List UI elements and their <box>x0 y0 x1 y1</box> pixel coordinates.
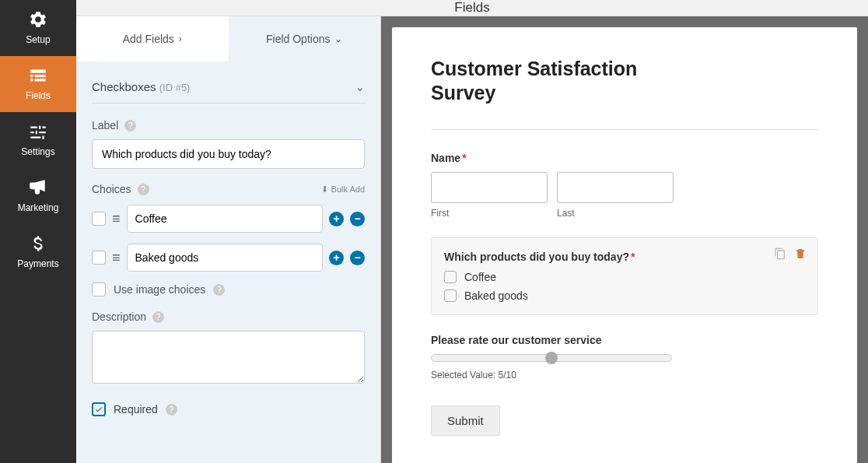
choice-input[interactable] <box>127 244 323 272</box>
tab-add-fields-label: Add Fields <box>123 33 174 45</box>
bulk-add-link[interactable]: ⬇ Bulk Add <box>321 184 365 195</box>
left-nav: Setup Fields Settings Marketing Payments <box>0 0 76 463</box>
add-choice-button[interactable]: + <box>329 212 344 226</box>
nav-setup-label: Setup <box>26 34 50 45</box>
field-id: (ID #5) <box>159 82 191 93</box>
collapse-caret-icon[interactable]: ⌄ <box>355 81 365 93</box>
nav-settings[interactable]: Settings <box>0 112 76 168</box>
required-checkbox[interactable] <box>92 402 106 416</box>
required-star-icon: * <box>462 152 466 164</box>
remove-choice-button[interactable]: − <box>350 212 365 226</box>
nav-settings-label: Settings <box>21 146 54 157</box>
page-title: Fields <box>454 0 489 16</box>
required-label: Required <box>114 403 158 416</box>
choice-default-checkbox[interactable] <box>92 212 106 226</box>
gear-icon <box>28 9 48 30</box>
divider <box>431 129 818 130</box>
description-textarea[interactable] <box>92 331 365 384</box>
label-input[interactable] <box>92 139 365 169</box>
tab-field-options-label: Field Options <box>266 33 330 45</box>
image-choices-label: Use image choices <box>114 283 205 296</box>
sliders-icon <box>28 121 48 142</box>
checkbox-icon <box>444 271 457 283</box>
dollar-icon <box>28 233 48 254</box>
help-icon[interactable]: ? <box>213 284 225 296</box>
drag-handle-icon[interactable]: ≡ <box>112 251 121 265</box>
preview-panel: Customer Satisfaction Survey Name * Firs… <box>381 16 868 463</box>
option-label: Baked goods <box>464 289 528 302</box>
download-icon: ⬇ <box>321 184 328 195</box>
option-label: Coffee <box>464 271 496 283</box>
nav-marketing[interactable]: Marketing <box>0 168 76 224</box>
slider-label: Please rate our customer service <box>431 334 601 346</box>
name-label: Name <box>431 152 460 164</box>
description-label: Description <box>92 310 146 323</box>
preview-checkbox-option[interactable]: Baked goods <box>444 289 805 302</box>
choices-label: Choices <box>92 183 131 195</box>
preview-card: Customer Satisfaction Survey Name * Firs… <box>392 27 857 463</box>
choice-row: ≡ + − <box>92 205 365 233</box>
choice-default-checkbox[interactable] <box>92 251 106 265</box>
nav-marketing-label: Marketing <box>18 202 59 213</box>
tab-field-options[interactable]: Field Options ⌄ <box>229 16 381 61</box>
description-row: Description ? <box>92 310 365 387</box>
main: Fields Add Fields › Field Options ⌄ Chec… <box>76 0 868 463</box>
preview-slider-field[interactable]: Please rate our customer service Selecte… <box>431 334 818 381</box>
nav-payments-label: Payments <box>17 258 58 269</box>
nav-payments[interactable]: Payments <box>0 224 76 280</box>
image-choices-checkbox[interactable] <box>92 282 106 296</box>
chevron-down-icon: ⌄ <box>334 33 342 44</box>
preview-name-field[interactable]: Name * First Last <box>431 152 818 219</box>
tabs: Add Fields › Field Options ⌄ <box>76 16 380 61</box>
checkbox-icon <box>444 289 457 302</box>
page-header: Fields <box>76 0 868 16</box>
drag-handle-icon[interactable]: ≡ <box>112 212 121 226</box>
duplicate-icon[interactable] <box>774 247 786 260</box>
submit-button[interactable]: Submit <box>431 405 500 436</box>
choice-row: ≡ + − <box>92 244 365 272</box>
choice-input[interactable] <box>127 205 323 233</box>
field-tools <box>774 247 807 260</box>
tab-add-fields[interactable]: Add Fields › <box>76 16 229 61</box>
bullhorn-icon <box>28 177 48 198</box>
help-icon[interactable]: ? <box>152 311 164 323</box>
slider-track[interactable] <box>431 354 672 362</box>
add-choice-button[interactable]: + <box>329 251 344 265</box>
field-heading[interactable]: Checkboxes (ID #5) ⌄ <box>92 61 365 103</box>
form-title: Customer Satisfaction Survey <box>431 57 664 106</box>
first-sublabel: First <box>431 208 548 219</box>
last-name-input[interactable] <box>557 172 674 203</box>
nav-fields-label: Fields <box>26 90 51 101</box>
list-icon <box>28 65 48 86</box>
remove-choice-button[interactable]: − <box>350 251 365 265</box>
choices-header: Choices ? ⬇ Bulk Add <box>92 183 365 195</box>
help-icon[interactable]: ? <box>138 184 149 195</box>
checkbox-field-label: Which products did you buy today? <box>444 251 629 263</box>
required-star-icon: * <box>631 251 635 263</box>
slider-thumb[interactable] <box>545 352 558 364</box>
preview-checkbox-option[interactable]: Coffee <box>444 271 805 283</box>
nav-fields[interactable]: Fields <box>0 56 76 112</box>
label-label: Label <box>92 119 118 132</box>
bulk-add-label: Bulk Add <box>331 184 365 194</box>
help-icon[interactable]: ? <box>166 404 177 416</box>
last-sublabel: Last <box>557 208 674 219</box>
options-body: Checkboxes (ID #5) ⌄ Label ? Choices <box>76 61 380 463</box>
field-type: Checkboxes <box>92 80 156 93</box>
image-choices-row: Use image choices ? <box>92 282 365 296</box>
check-icon <box>94 405 103 414</box>
options-panel: Add Fields › Field Options ⌄ Checkboxes … <box>76 16 381 463</box>
label-row: Label ? <box>92 119 365 169</box>
chevron-right-icon: › <box>179 33 182 44</box>
help-icon[interactable]: ? <box>124 120 136 132</box>
slider-value-text: Selected Value: 5/10 <box>431 370 818 381</box>
first-name-input[interactable] <box>431 172 548 203</box>
required-row: Required ? <box>92 402 365 416</box>
nav-setup[interactable]: Setup <box>0 0 76 56</box>
delete-icon[interactable] <box>794 247 807 260</box>
preview-checkbox-field[interactable]: Which products did you buy today? * Coff… <box>431 237 818 315</box>
content: Add Fields › Field Options ⌄ Checkboxes … <box>76 16 868 463</box>
